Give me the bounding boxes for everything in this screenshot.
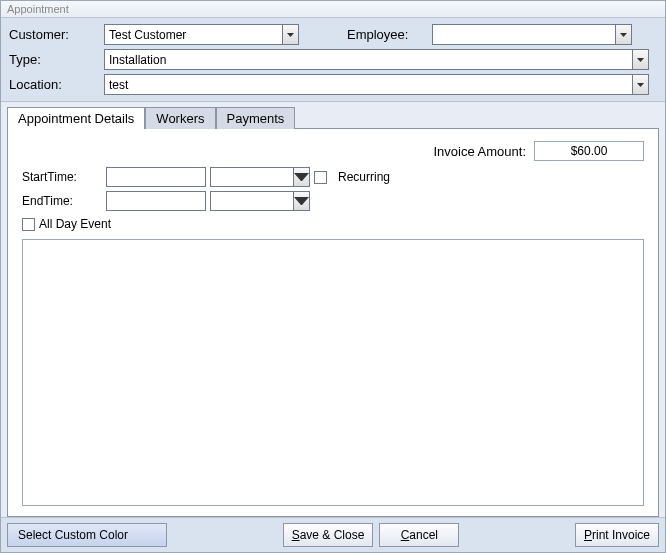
endtime-time-combo[interactable] [210,191,310,211]
chevron-down-icon[interactable] [615,25,631,44]
appointment-window: Appointment Customer: Test Customer Empl… [0,0,666,553]
invoice-amount-label: Invoice Amount: [434,144,527,159]
tab-appointment-details[interactable]: Appointment Details [7,107,145,129]
tab-payments[interactable]: Payments [216,107,296,129]
select-custom-color-button[interactable]: Select Custom Color [7,523,167,547]
endtime-date-input[interactable] [106,191,206,211]
starttime-date-input[interactable] [106,167,206,187]
type-value: Installation [109,53,166,67]
print-invoice-button[interactable]: Print Invoice [575,523,659,547]
tab-strip: Appointment Details Workers Payments [7,107,659,129]
save-close-button[interactable]: Save & Close [283,523,374,547]
tab-container: Appointment Details Workers Payments Inv… [1,102,665,517]
chevron-down-icon[interactable] [293,192,309,210]
location-combo[interactable]: test [104,74,649,95]
location-value: test [109,78,128,92]
starttime-time-combo[interactable] [210,167,310,187]
location-label: Location: [9,77,104,92]
endtime-label: EndTime: [22,194,102,208]
recurring-label: Recurring [338,170,390,184]
chevron-down-icon[interactable] [632,50,648,69]
all-day-checkbox[interactable] [22,218,35,231]
chevron-down-icon[interactable] [282,25,298,44]
customer-value: Test Customer [109,28,186,42]
employee-combo[interactable] [432,24,632,45]
employee-label: Employee: [347,27,432,42]
all-day-label: All Day Event [39,217,111,231]
chevron-down-icon[interactable] [293,168,309,186]
type-combo[interactable]: Installation [104,49,649,70]
chevron-down-icon[interactable] [632,75,648,94]
window-title: Appointment [1,1,665,18]
customer-label: Customer: [9,27,104,42]
tab-body-details: Invoice Amount: $60.00 StartTime: Recurr… [7,128,659,517]
invoice-amount-value: $60.00 [534,141,644,161]
tab-workers[interactable]: Workers [145,107,215,129]
type-label: Type: [9,52,104,67]
cancel-button[interactable]: Cancel [379,523,459,547]
recurring-checkbox[interactable] [314,171,327,184]
starttime-label: StartTime: [22,170,102,184]
footer-bar: Select Custom Color Save & Close Cancel … [1,517,665,552]
customer-combo[interactable]: Test Customer [104,24,299,45]
notes-textarea[interactable] [22,239,644,506]
header-form: Customer: Test Customer Employee: Type: … [1,18,665,102]
